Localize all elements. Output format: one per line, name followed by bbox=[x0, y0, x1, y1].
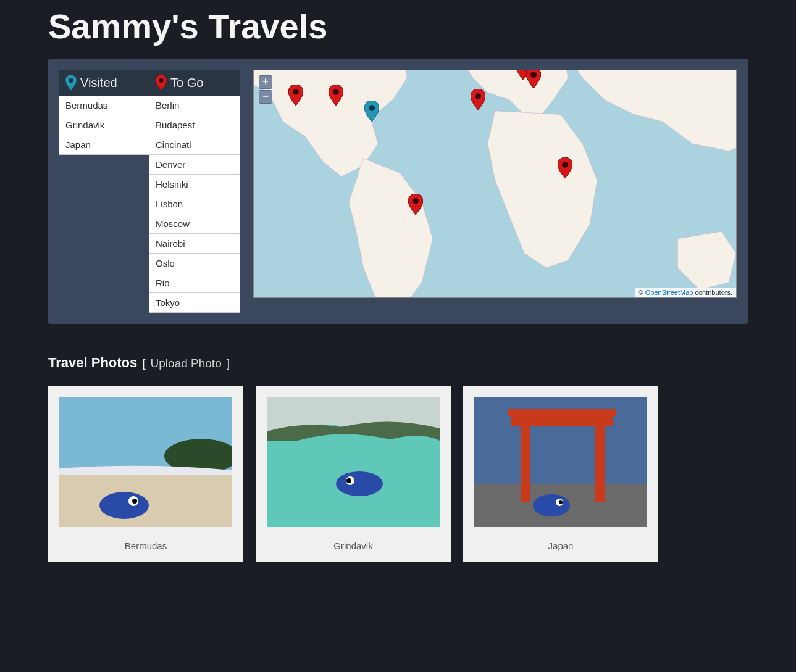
map-pin-togo[interactable] bbox=[526, 70, 541, 88]
page-title: Sammy's Travels bbox=[48, 6, 748, 46]
svg-point-15 bbox=[99, 492, 149, 519]
visited-list: Visited Bermudas Grindavik Japan bbox=[59, 70, 149, 313]
list-item[interactable]: Denver bbox=[149, 155, 240, 175]
svg-point-30 bbox=[559, 500, 563, 504]
map-pin-togo[interactable] bbox=[329, 85, 343, 106]
list-item[interactable]: Nairobi bbox=[149, 234, 240, 254]
svg-point-28 bbox=[533, 494, 570, 516]
bracket-open: [ bbox=[142, 357, 145, 370]
bracket-close: ] bbox=[227, 357, 230, 370]
svg-point-0 bbox=[69, 78, 73, 83]
svg-point-10 bbox=[562, 162, 568, 168]
svg-point-9 bbox=[530, 72, 537, 78]
map-section: Visited Bermudas Grindavik Japan To Go B… bbox=[48, 59, 748, 324]
attribution-suffix: contributors. bbox=[693, 289, 732, 296]
visited-label: Visited bbox=[80, 76, 117, 90]
list-item[interactable]: Rio bbox=[149, 273, 240, 293]
map-attribution: © OpenStreetMap contributors. bbox=[635, 288, 736, 297]
svg-point-17 bbox=[132, 499, 137, 504]
list-item[interactable]: Japan bbox=[59, 135, 149, 155]
photo-thumb bbox=[59, 397, 232, 527]
photo-caption: Grindavik bbox=[333, 541, 372, 551]
photos-heading-text: Travel Photos bbox=[48, 355, 137, 371]
svg-rect-24 bbox=[521, 422, 530, 502]
svg-point-5 bbox=[369, 105, 375, 111]
svg-rect-26 bbox=[511, 416, 613, 426]
osm-link[interactable]: OpenStreetMap bbox=[645, 289, 693, 296]
svg-point-1 bbox=[159, 78, 164, 83]
list-item[interactable]: Berlin bbox=[149, 96, 240, 115]
map-pin-visited[interactable] bbox=[364, 101, 379, 122]
svg-point-11 bbox=[413, 198, 419, 204]
togo-list: To Go Berlin Budapest Cincinati Denver H… bbox=[149, 70, 240, 313]
photos-grid: Bermudas Grindavik Japan bbox=[48, 386, 748, 562]
list-item[interactable]: Moscow bbox=[149, 214, 240, 234]
photo-card[interactable]: Grindavik bbox=[256, 386, 451, 562]
list-item[interactable]: Tokyo bbox=[149, 293, 240, 313]
svg-rect-27 bbox=[508, 409, 616, 416]
list-item[interactable]: Cincinati bbox=[149, 135, 240, 155]
photo-thumb bbox=[474, 397, 647, 527]
upload-photo-link[interactable]: Upload Photo bbox=[151, 357, 222, 370]
map-svg bbox=[254, 70, 736, 297]
photo-thumb bbox=[267, 397, 440, 527]
map-pin-togo[interactable] bbox=[558, 157, 572, 178]
list-item[interactable]: Budapest bbox=[149, 115, 240, 135]
list-item[interactable]: Bermudas bbox=[59, 96, 149, 115]
photo-card[interactable]: Bermudas bbox=[48, 386, 243, 562]
svg-rect-25 bbox=[595, 422, 605, 502]
world-map[interactable]: + − © OpenStreetMa bbox=[253, 70, 737, 298]
zoom-controls: + − bbox=[259, 75, 272, 105]
photo-caption: Japan bbox=[548, 541, 574, 551]
pin-teal-icon bbox=[65, 75, 77, 91]
zoom-in-button[interactable]: + bbox=[259, 75, 272, 89]
photo-caption: Bermudas bbox=[125, 541, 167, 551]
photos-heading: Travel Photos [ Upload Photo ] bbox=[48, 355, 748, 371]
list-item[interactable]: Oslo bbox=[149, 254, 240, 273]
lists-container: Visited Bermudas Grindavik Japan To Go B… bbox=[59, 70, 240, 313]
visited-header: Visited bbox=[59, 70, 149, 96]
pin-red-icon bbox=[156, 75, 167, 91]
attribution-prefix: © bbox=[639, 289, 645, 296]
photo-card[interactable]: Japan bbox=[463, 386, 658, 562]
map-pin-togo[interactable] bbox=[288, 85, 303, 106]
map-pin-togo[interactable] bbox=[471, 89, 485, 110]
togo-header: To Go bbox=[149, 70, 240, 96]
svg-point-19 bbox=[336, 471, 383, 496]
map-pin-togo[interactable] bbox=[408, 194, 423, 215]
zoom-out-button[interactable]: − bbox=[259, 90, 272, 104]
list-item[interactable]: Lisbon bbox=[149, 194, 240, 214]
svg-point-6 bbox=[475, 93, 481, 99]
list-item[interactable]: Helsinki bbox=[149, 175, 240, 194]
svg-point-21 bbox=[346, 478, 351, 483]
list-item[interactable]: Grindavik bbox=[59, 115, 149, 135]
svg-point-3 bbox=[293, 89, 299, 95]
togo-label: To Go bbox=[170, 76, 203, 90]
svg-point-4 bbox=[333, 89, 339, 95]
